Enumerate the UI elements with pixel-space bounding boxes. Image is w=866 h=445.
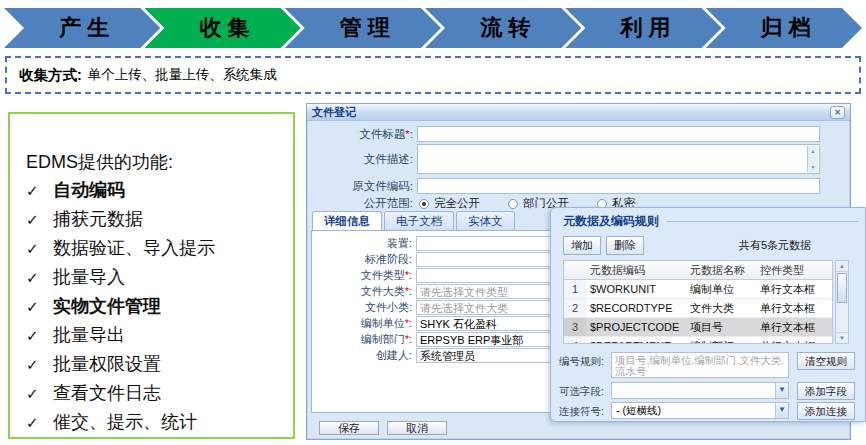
dialog-titlebar[interactable]: 文件登记 ✕ [307,104,850,121]
chevron-down-icon[interactable]: ▼ [775,383,788,398]
orig-code-input[interactable] [417,178,820,194]
feature-item: ✓ 捕获元数据 [26,205,293,234]
flow-step-utilize[interactable]: 利用 [565,8,721,48]
table-row[interactable]: 4 $DEPARTMENT 编制部门 单行文本框 [564,337,832,344]
delete-button[interactable]: 删除 [606,236,644,255]
radio-icon [508,199,518,209]
feature-item: ✓ 自动编码 [26,176,293,205]
table-row[interactable]: 1 $WORKUNIT 编制单位 单行文本框 [564,280,832,299]
file-subcategory-input[interactable]: 请先选择文件大类 [416,300,552,315]
add-button[interactable]: 增加 [563,236,601,255]
optional-field-select[interactable]: ▼ [611,382,789,399]
collect-methods-label: 收集方式: [19,66,82,85]
scope-label: 公开范围: [311,196,413,211]
chevron-down-icon[interactable]: ▼ [775,403,788,418]
cancel-button[interactable]: 取消 [387,421,447,435]
flow-step-collect[interactable]: 收集 [144,8,300,48]
feature-item: ✓ 批量导入 [26,263,293,292]
radio-icon [419,199,429,209]
file-title-label: 文件标题*: [311,127,413,142]
collect-methods-bar: 收集方式: 单个上传、批量上传、系统集成 [5,56,861,94]
radio-public[interactable]: 完全公开 [419,196,480,211]
check-icon: ✓ [26,205,53,234]
creator-input[interactable]: 系统管理员 [416,348,552,363]
numbering-rule-input[interactable]: 项目号.编制单位.编制部门.文件大类.流水号 [611,352,789,378]
numbering-rule-row: 编号规则: 项目号.编制单位.编制部门.文件大类.流水号 清空规则 [559,352,855,378]
check-icon: ✓ [26,321,53,350]
table-row-selected[interactable]: 3 $PROJECTCODE 项目号 单行文本框 [564,318,832,337]
process-flow: 产生 收集 管理 流转 利用 归档 [4,8,862,48]
scroll-down-icon[interactable]: ▼ [836,332,848,343]
features-box: EDMS提供的功能: ✓ 自动编码 ✓ 捕获元数据 ✓ 数据验证、导入提示 ✓ … [8,112,295,439]
panel-toolbar: 增加 删除 共有5条元数据 [563,236,859,255]
dialog-title: 文件登记 [312,105,356,120]
check-icon: ✓ [26,408,53,437]
check-icon: ✓ [26,263,53,292]
feature-item: ✓ 查看文件日志 [26,379,293,408]
numbering-rule-label: 编号规则: [559,352,611,369]
table-scrollbar[interactable]: ▲ ▼ [835,260,849,344]
file-desc-row: 文件描述: ▲ ▼ [311,144,820,174]
table-header: 元数据编码 元数据名称 控件类型 [564,261,832,280]
add-connector-button[interactable]: 添加连接 [797,402,855,420]
table-row[interactable]: 2 $RECORDTYPE 文件大类 单行文本框 [564,299,832,318]
file-title-input[interactable] [417,126,820,142]
add-field-button[interactable]: 添加字段 [797,382,855,400]
scroll-down-icon[interactable]: ▼ [811,164,816,170]
orig-code-row: 原文件编码: [311,178,820,194]
feature-item: ✓ 实物文件管理 [26,292,293,321]
features-title: EDMS提供的功能: [26,148,293,176]
file-desc-label: 文件描述: [311,152,413,167]
file-category-input[interactable]: 请先选择文件类型 [416,284,552,299]
work-unit-input[interactable]: SHYK 石化盈科 [416,316,552,331]
optional-field-row: 可选字段: ▼ 添加字段 [559,382,855,400]
scroll-up-icon[interactable]: ▲ [836,261,848,272]
device-input[interactable] [416,236,552,251]
check-icon: ✓ [26,176,53,205]
feature-item: ✓ 批量导出 [26,321,293,350]
check-icon: ✓ [26,379,53,408]
tab-electronic-doc[interactable]: 电子文档 [384,211,454,232]
dialog-tabs: 详细信息 电子文档 实体文 [312,211,515,232]
scrollbar-thumb[interactable] [837,273,847,303]
close-icon[interactable]: ✕ [830,106,845,119]
dialog-buttons: 保存 取消 [319,421,447,435]
tab-detail-info[interactable]: 详细信息 [312,211,382,232]
optional-field-label: 可选字段: [559,382,611,399]
check-icon: ✓ [26,292,53,321]
department-input[interactable]: ERPSYB ERP事业部 [416,332,552,347]
flow-step-circulate[interactable]: 流转 [425,8,581,48]
scroll-up-icon[interactable]: ▲ [811,148,816,154]
file-desc-textarea[interactable]: ▲ ▼ [417,144,820,174]
metadata-rules-panel: 元数据及编码规则 增加 删除 共有5条元数据 元数据编码 元数据名称 控件类型 … [550,207,866,422]
flow-step-produce[interactable]: 产生 [4,8,160,48]
standard-stage-input[interactable] [416,252,552,267]
flow-step-archive[interactable]: 归档 [706,8,862,48]
feature-item: ✓ 数据验证、导入提示 [26,234,293,263]
connector-label: 连接符号: [559,402,611,419]
metadata-count: 共有5条元数据 [739,238,859,253]
screen: 产生 收集 管理 流转 利用 归档 收集方式: 单个上传、批量上传、系统集成 E… [0,0,866,445]
feature-item: ✓ 批量权限设置 [26,350,293,379]
save-button[interactable]: 保存 [319,421,379,435]
metadata-table: 元数据编码 元数据名称 控件类型 1 $WORKUNIT 编制单位 单行文本框 … [563,260,833,344]
divider [667,221,859,222]
textarea-scroll-arrows[interactable]: ▲ ▼ [807,146,818,172]
connector-row: 连接符号: - (短横线) ▼ 添加连接 [559,402,855,420]
feature-item: ✓ 催交、提示、统计 [26,408,293,437]
check-icon: ✓ [26,350,53,379]
panel-title: 元数据及编码规则 [563,213,859,230]
file-title-row: 文件标题*: [311,126,820,142]
flow-step-manage[interactable]: 管理 [285,8,441,48]
tab-physical-doc[interactable]: 实体文 [456,211,515,232]
connector-select[interactable]: - (短横线) ▼ [611,402,789,419]
file-type-input[interactable] [416,268,552,283]
clear-rule-button[interactable]: 清空规则 [797,352,855,370]
collect-methods-text: 单个上传、批量上传、系统集成 [88,66,277,84]
orig-code-label: 原文件编码: [311,179,413,194]
check-icon: ✓ [26,234,53,263]
